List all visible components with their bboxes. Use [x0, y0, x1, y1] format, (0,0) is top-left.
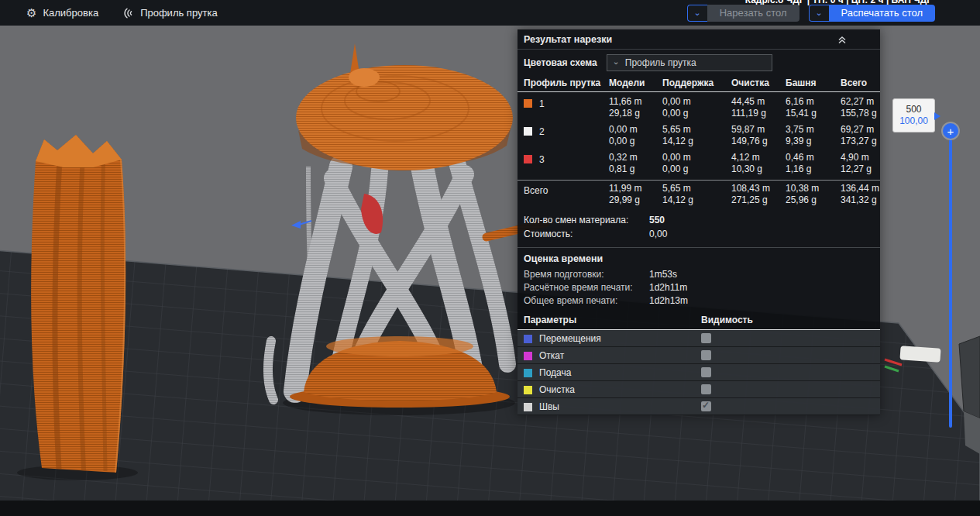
table-cell: 62,27 m155,78 g: [841, 94, 880, 122]
total-label: Всего: [524, 181, 609, 208]
column-header: Профиль прутка: [524, 77, 609, 88]
collapse-panel-icon[interactable]: [837, 35, 848, 45]
param-color-swatch: [524, 403, 532, 411]
dome-nub: [349, 68, 380, 87]
print-split-button: ⌄ Распечатать стол: [809, 5, 935, 22]
filament-usage-table: Профиль прутка Модели Поддержка Очистка …: [518, 76, 880, 208]
table-header-row: Профиль прутка Модели Поддержка Очистка …: [518, 77, 880, 92]
filament-color-swatch: [524, 155, 532, 163]
layer-slider-handle[interactable]: +: [943, 123, 958, 139]
time-row: Расчётное время печати: 1d2h11m: [518, 281, 880, 294]
table-cell: 5,65 m14,12 g: [662, 122, 731, 150]
color-scheme-value: Профиль прутка: [625, 57, 696, 68]
param-label: Очистка: [539, 384, 575, 395]
param-row-retract: Откат: [518, 347, 880, 364]
column-header: Всего: [841, 77, 880, 88]
visibility-checkbox[interactable]: [701, 367, 711, 377]
color-scheme-row: Цветовая схема ⌄ Профиль прутка: [518, 50, 880, 76]
table-cell: 4,12 m10,30 g: [731, 150, 786, 177]
param-label: Подача: [539, 367, 571, 378]
params-title: Параметры: [524, 315, 701, 325]
layer-slider-track[interactable]: [949, 139, 952, 428]
table-cell: 44,45 m111,19 g: [731, 94, 786, 122]
plus-icon: +: [947, 125, 954, 138]
table-cell: 0,00 m0,00 g: [662, 150, 731, 177]
panel-header: Результат нарезки: [518, 29, 880, 50]
table-total-row: Всего 11,99 m29,99 g 5,65 m14,12 g 108,4…: [518, 180, 880, 208]
table-cell: 108,43 m271,25 g: [731, 181, 786, 208]
param-label: Швы: [539, 401, 559, 412]
cost-value: 0,00: [649, 229, 874, 239]
color-scheme-dropdown[interactable]: ⌄ Профиль прутка: [607, 54, 772, 71]
time-row: Общее время печати: 1d2h13m: [518, 294, 880, 308]
toolbar-actions: ⌄ Нарезать стол ⌄ Распечатать стол: [687, 0, 935, 26]
visibility-checkbox[interactable]: [701, 401, 711, 411]
cost-label: Стоимость:: [524, 229, 649, 239]
table-cell: 59,87 m149,76 g: [731, 122, 786, 150]
print-plate-button[interactable]: Распечатать стол: [829, 5, 935, 22]
filament-name: 2: [524, 122, 609, 150]
layer-height-value: 100,00: [899, 115, 928, 127]
slice-dropdown-button[interactable]: ⌄: [687, 5, 707, 22]
layer-count-value: 500: [906, 104, 921, 115]
calibration-label: Калибровка: [43, 7, 98, 19]
param-color-swatch: [524, 352, 532, 360]
table-cell: 10,38 m25,96 g: [786, 181, 841, 208]
slice-split-button: ⌄ Нарезать стол: [687, 5, 799, 22]
chevron-down-icon: ⌄: [613, 57, 620, 66]
slice-result-panel: Результат нарезки Цветовая схема ⌄ Профи…: [518, 29, 880, 415]
plate-corner-tab: [899, 346, 940, 363]
param-row-seams: Швы: [518, 398, 880, 415]
filament-color-swatch: [524, 127, 532, 136]
param-label: Перемещения: [539, 333, 601, 344]
filament-profile-label: Профиль прутка: [140, 7, 218, 19]
table-cell: 4,90 m12,27 g: [841, 150, 880, 177]
time-label: Общее время печати:: [524, 295, 649, 306]
material-changes-value: 550: [649, 215, 874, 225]
calibration-menu-item[interactable]: ⚙ Калибровка: [26, 6, 98, 20]
visibility-checkbox[interactable]: [701, 384, 711, 394]
column-header: Очистка: [731, 77, 786, 88]
param-row-wipe: Очистка: [518, 381, 880, 398]
column-header: Модели: [609, 77, 662, 88]
slicer-app-window: ⚙ Калибровка Профиль прутка Кадр/с.о ЧДГ…: [0, 0, 980, 516]
filament-row: 1 11,66 m29,18 g 0,00 m0,00 g 44,45 m111…: [518, 94, 880, 122]
visibility-checkbox[interactable]: [701, 350, 711, 360]
param-row-travel: Перемещения: [518, 330, 880, 347]
material-changes-label: Кол-во смен материала:: [524, 215, 649, 225]
filament-name: 1: [524, 94, 609, 122]
time-label: Расчётное время печати:: [524, 282, 649, 293]
column-header: Поддержка: [662, 77, 731, 88]
param-color-swatch: [524, 386, 532, 394]
table-cell: 11,99 m29,99 g: [609, 181, 662, 208]
layer-indicator-box: 500 100,00: [892, 98, 935, 132]
filament-name: 3: [524, 150, 609, 177]
material-changes-row: Кол-во смен материала: 550: [518, 213, 880, 227]
table-cell: 69,27 m173,27 g: [841, 122, 880, 150]
visibility-checkbox[interactable]: [701, 333, 711, 343]
filament-spool-icon: [122, 7, 134, 19]
param-color-swatch: [524, 335, 532, 343]
slice-plate-button[interactable]: Нарезать стол: [707, 5, 799, 22]
layer-pointer-icon: [934, 112, 940, 120]
table-cell: 6,16 m15,41 g: [786, 94, 841, 122]
cost-row: Стоимость: 0,00: [518, 227, 880, 241]
filament-row: 2 0,00 m0,00 g 5,65 m14,12 g 59,87 m149,…: [518, 122, 880, 150]
time-row: Время подготовки: 1m53s: [518, 268, 880, 281]
param-color-swatch: [524, 369, 532, 377]
table-cell: 3,75 m9,39 g: [786, 122, 841, 150]
gear-icon: ⚙: [26, 6, 36, 20]
table-cell: 5,65 m14,12 g: [662, 181, 731, 208]
table-cell: 0,32 m0,81 g: [609, 150, 662, 177]
params-header: Параметры Видимость: [518, 308, 880, 330]
table-cell: 136,44 m341,32 g: [841, 181, 880, 208]
time-value: 1d2h13m: [649, 295, 874, 306]
print-dropdown-button[interactable]: ⌄: [809, 5, 829, 22]
time-label: Время подготовки:: [524, 269, 649, 280]
top-toolbar: ⚙ Калибровка Профиль прутка Кадр/с.о ЧДГ…: [0, 0, 980, 26]
filament-color-swatch: [524, 99, 532, 108]
time-value: 1d2h11m: [649, 282, 874, 293]
filament-profile-menu-item[interactable]: Профиль прутка: [122, 7, 218, 19]
param-label: Откат: [539, 350, 564, 361]
param-row-unretract: Подача: [518, 364, 880, 381]
